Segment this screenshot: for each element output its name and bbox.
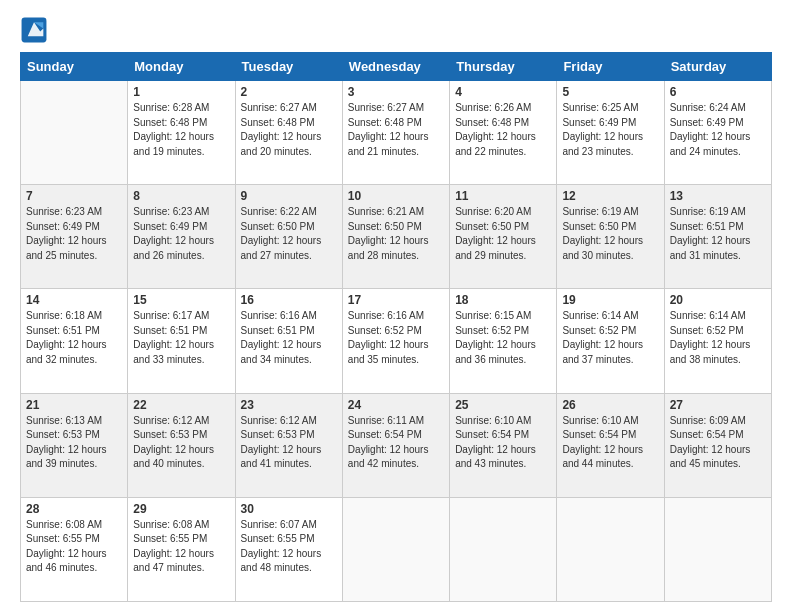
day-number: 3 — [348, 85, 444, 99]
day-info: Sunrise: 6:14 AMSunset: 6:52 PMDaylight:… — [670, 309, 766, 367]
day-info: Sunrise: 6:17 AMSunset: 6:51 PMDaylight:… — [133, 309, 229, 367]
day-info: Sunrise: 6:09 AMSunset: 6:54 PMDaylight:… — [670, 414, 766, 472]
day-info: Sunrise: 6:18 AMSunset: 6:51 PMDaylight:… — [26, 309, 122, 367]
day-info: Sunrise: 6:27 AMSunset: 6:48 PMDaylight:… — [241, 101, 337, 159]
calendar-day-cell: 19Sunrise: 6:14 AMSunset: 6:52 PMDayligh… — [557, 289, 664, 393]
day-number: 1 — [133, 85, 229, 99]
day-info: Sunrise: 6:07 AMSunset: 6:55 PMDaylight:… — [241, 518, 337, 576]
day-info: Sunrise: 6:11 AMSunset: 6:54 PMDaylight:… — [348, 414, 444, 472]
calendar-day-cell: 25Sunrise: 6:10 AMSunset: 6:54 PMDayligh… — [450, 393, 557, 497]
day-info: Sunrise: 6:08 AMSunset: 6:55 PMDaylight:… — [26, 518, 122, 576]
day-number: 27 — [670, 398, 766, 412]
calendar-day-cell: 2Sunrise: 6:27 AMSunset: 6:48 PMDaylight… — [235, 81, 342, 185]
calendar-day-cell: 5Sunrise: 6:25 AMSunset: 6:49 PMDaylight… — [557, 81, 664, 185]
day-number: 16 — [241, 293, 337, 307]
day-info: Sunrise: 6:10 AMSunset: 6:54 PMDaylight:… — [455, 414, 551, 472]
day-info: Sunrise: 6:19 AMSunset: 6:51 PMDaylight:… — [670, 205, 766, 263]
calendar-day-cell: 22Sunrise: 6:12 AMSunset: 6:53 PMDayligh… — [128, 393, 235, 497]
day-info: Sunrise: 6:20 AMSunset: 6:50 PMDaylight:… — [455, 205, 551, 263]
calendar-day-cell: 14Sunrise: 6:18 AMSunset: 6:51 PMDayligh… — [21, 289, 128, 393]
day-number: 21 — [26, 398, 122, 412]
day-info: Sunrise: 6:23 AMSunset: 6:49 PMDaylight:… — [133, 205, 229, 263]
day-number: 22 — [133, 398, 229, 412]
day-info: Sunrise: 6:27 AMSunset: 6:48 PMDaylight:… — [348, 101, 444, 159]
day-info: Sunrise: 6:28 AMSunset: 6:48 PMDaylight:… — [133, 101, 229, 159]
calendar-day-cell — [557, 497, 664, 601]
calendar-week-row: 28Sunrise: 6:08 AMSunset: 6:55 PMDayligh… — [21, 497, 772, 601]
day-number: 4 — [455, 85, 551, 99]
day-number: 19 — [562, 293, 658, 307]
day-number: 18 — [455, 293, 551, 307]
calendar-day-cell: 8Sunrise: 6:23 AMSunset: 6:49 PMDaylight… — [128, 185, 235, 289]
day-number: 2 — [241, 85, 337, 99]
calendar-day-cell — [21, 81, 128, 185]
page: SundayMondayTuesdayWednesdayThursdayFrid… — [0, 0, 792, 612]
day-number: 10 — [348, 189, 444, 203]
day-number: 13 — [670, 189, 766, 203]
day-info: Sunrise: 6:22 AMSunset: 6:50 PMDaylight:… — [241, 205, 337, 263]
day-number: 17 — [348, 293, 444, 307]
day-info: Sunrise: 6:19 AMSunset: 6:50 PMDaylight:… — [562, 205, 658, 263]
day-info: Sunrise: 6:16 AMSunset: 6:52 PMDaylight:… — [348, 309, 444, 367]
day-number: 12 — [562, 189, 658, 203]
calendar-day-cell: 30Sunrise: 6:07 AMSunset: 6:55 PMDayligh… — [235, 497, 342, 601]
calendar-day-cell: 9Sunrise: 6:22 AMSunset: 6:50 PMDaylight… — [235, 185, 342, 289]
day-number: 28 — [26, 502, 122, 516]
calendar-header-row: SundayMondayTuesdayWednesdayThursdayFrid… — [21, 53, 772, 81]
day-number: 20 — [670, 293, 766, 307]
column-header-tuesday: Tuesday — [235, 53, 342, 81]
calendar-day-cell: 18Sunrise: 6:15 AMSunset: 6:52 PMDayligh… — [450, 289, 557, 393]
day-number: 26 — [562, 398, 658, 412]
day-number: 30 — [241, 502, 337, 516]
column-header-thursday: Thursday — [450, 53, 557, 81]
calendar-day-cell: 13Sunrise: 6:19 AMSunset: 6:51 PMDayligh… — [664, 185, 771, 289]
calendar-day-cell: 15Sunrise: 6:17 AMSunset: 6:51 PMDayligh… — [128, 289, 235, 393]
calendar-day-cell: 24Sunrise: 6:11 AMSunset: 6:54 PMDayligh… — [342, 393, 449, 497]
calendar-day-cell: 11Sunrise: 6:20 AMSunset: 6:50 PMDayligh… — [450, 185, 557, 289]
calendar-day-cell: 28Sunrise: 6:08 AMSunset: 6:55 PMDayligh… — [21, 497, 128, 601]
day-info: Sunrise: 6:25 AMSunset: 6:49 PMDaylight:… — [562, 101, 658, 159]
day-number: 8 — [133, 189, 229, 203]
day-info: Sunrise: 6:21 AMSunset: 6:50 PMDaylight:… — [348, 205, 444, 263]
day-info: Sunrise: 6:23 AMSunset: 6:49 PMDaylight:… — [26, 205, 122, 263]
calendar-day-cell: 26Sunrise: 6:10 AMSunset: 6:54 PMDayligh… — [557, 393, 664, 497]
day-number: 25 — [455, 398, 551, 412]
header — [20, 16, 772, 44]
day-info: Sunrise: 6:16 AMSunset: 6:51 PMDaylight:… — [241, 309, 337, 367]
calendar-week-row: 7Sunrise: 6:23 AMSunset: 6:49 PMDaylight… — [21, 185, 772, 289]
day-info: Sunrise: 6:10 AMSunset: 6:54 PMDaylight:… — [562, 414, 658, 472]
calendar-day-cell — [342, 497, 449, 601]
calendar-day-cell: 6Sunrise: 6:24 AMSunset: 6:49 PMDaylight… — [664, 81, 771, 185]
calendar-day-cell: 1Sunrise: 6:28 AMSunset: 6:48 PMDaylight… — [128, 81, 235, 185]
day-number: 7 — [26, 189, 122, 203]
day-info: Sunrise: 6:15 AMSunset: 6:52 PMDaylight:… — [455, 309, 551, 367]
calendar-day-cell — [664, 497, 771, 601]
calendar-day-cell: 20Sunrise: 6:14 AMSunset: 6:52 PMDayligh… — [664, 289, 771, 393]
calendar-day-cell: 21Sunrise: 6:13 AMSunset: 6:53 PMDayligh… — [21, 393, 128, 497]
calendar-week-row: 21Sunrise: 6:13 AMSunset: 6:53 PMDayligh… — [21, 393, 772, 497]
logo — [20, 16, 52, 44]
day-info: Sunrise: 6:13 AMSunset: 6:53 PMDaylight:… — [26, 414, 122, 472]
day-number: 29 — [133, 502, 229, 516]
day-info: Sunrise: 6:14 AMSunset: 6:52 PMDaylight:… — [562, 309, 658, 367]
day-number: 24 — [348, 398, 444, 412]
calendar-day-cell: 23Sunrise: 6:12 AMSunset: 6:53 PMDayligh… — [235, 393, 342, 497]
calendar-day-cell: 4Sunrise: 6:26 AMSunset: 6:48 PMDaylight… — [450, 81, 557, 185]
calendar-day-cell: 3Sunrise: 6:27 AMSunset: 6:48 PMDaylight… — [342, 81, 449, 185]
day-info: Sunrise: 6:12 AMSunset: 6:53 PMDaylight:… — [241, 414, 337, 472]
day-info: Sunrise: 6:08 AMSunset: 6:55 PMDaylight:… — [133, 518, 229, 576]
day-number: 14 — [26, 293, 122, 307]
column-header-sunday: Sunday — [21, 53, 128, 81]
day-number: 11 — [455, 189, 551, 203]
day-number: 23 — [241, 398, 337, 412]
calendar-day-cell: 7Sunrise: 6:23 AMSunset: 6:49 PMDaylight… — [21, 185, 128, 289]
calendar-day-cell: 29Sunrise: 6:08 AMSunset: 6:55 PMDayligh… — [128, 497, 235, 601]
calendar-day-cell: 16Sunrise: 6:16 AMSunset: 6:51 PMDayligh… — [235, 289, 342, 393]
day-info: Sunrise: 6:24 AMSunset: 6:49 PMDaylight:… — [670, 101, 766, 159]
column-header-saturday: Saturday — [664, 53, 771, 81]
calendar-day-cell: 17Sunrise: 6:16 AMSunset: 6:52 PMDayligh… — [342, 289, 449, 393]
column-header-monday: Monday — [128, 53, 235, 81]
column-header-friday: Friday — [557, 53, 664, 81]
day-info: Sunrise: 6:26 AMSunset: 6:48 PMDaylight:… — [455, 101, 551, 159]
day-number: 9 — [241, 189, 337, 203]
